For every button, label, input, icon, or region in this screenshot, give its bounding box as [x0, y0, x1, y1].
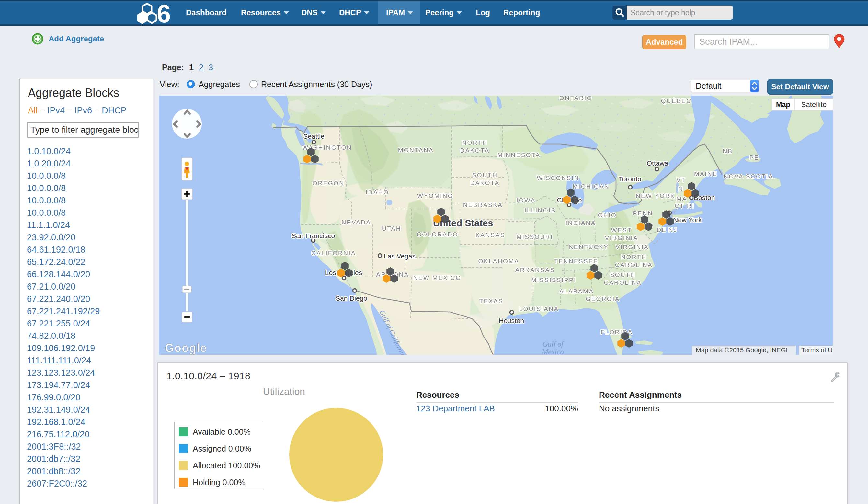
- svg-text:OKLAHOMA: OKLAHOMA: [478, 258, 519, 265]
- svg-text:SOUTH: SOUTH: [610, 271, 636, 278]
- svg-text:WEST: WEST: [611, 227, 632, 234]
- svg-text:Houston: Houston: [499, 317, 524, 324]
- svg-text:N: N: [678, 185, 683, 192]
- svg-text:Gulf of: Gulf of: [542, 340, 565, 348]
- svg-text:San Francisco: San Francisco: [291, 232, 335, 239]
- svg-text:VIRGINIA: VIRGINIA: [616, 244, 649, 250]
- svg-text:MONTANA: MONTANA: [398, 147, 434, 154]
- svg-text:ONTARIO: ONTARIO: [559, 95, 592, 101]
- svg-text:NB: NB: [723, 148, 733, 154]
- svg-text:PENN: PENN: [633, 210, 653, 217]
- svg-text:Ottawa: Ottawa: [647, 160, 669, 167]
- svg-text:GEORGIA: GEORGIA: [586, 295, 620, 302]
- svg-text:WISCONSIN: WISCONSIN: [537, 175, 579, 182]
- svg-text:NORTH: NORTH: [462, 139, 487, 146]
- svg-text:NOVA SCOTIA: NOVA SCOTIA: [724, 173, 773, 180]
- svg-text:NORTH: NORTH: [621, 254, 647, 260]
- svg-text:TEXAS: TEXAS: [479, 298, 503, 305]
- svg-text:VIRGINIA: VIRGINIA: [605, 235, 638, 241]
- svg-text:DAKOTA: DAKOTA: [470, 179, 499, 186]
- svg-text:DE: DE: [657, 226, 666, 233]
- svg-text:SOUTH: SOUTH: [472, 172, 498, 178]
- svg-text:IOWA: IOWA: [516, 197, 536, 204]
- svg-text:NEBRASKA: NEBRASKA: [463, 202, 503, 208]
- svg-text:Toronto: Toronto: [619, 175, 641, 183]
- svg-text:Google: Google: [165, 341, 207, 355]
- svg-text:New York: New York: [673, 216, 702, 224]
- svg-text:OHIO: OHIO: [598, 212, 617, 219]
- svg-text:UTAH: UTAH: [382, 225, 401, 232]
- svg-text:Satellite: Satellite: [801, 100, 827, 109]
- svg-text:CAROLINA: CAROLINA: [604, 279, 642, 286]
- svg-text:TENNESSEE: TENNESSEE: [554, 258, 599, 265]
- svg-text:Mexico: Mexico: [541, 348, 564, 355]
- svg-text:MICHIGAN: MICHIGAN: [572, 183, 610, 190]
- svg-text:INDIANA: INDIANA: [566, 219, 596, 226]
- svg-text:PE: PE: [750, 154, 759, 161]
- svg-text:MINNESOTA: MINNESOTA: [497, 152, 540, 158]
- svg-text:RI: RI: [687, 203, 695, 209]
- svg-text:MAINE: MAINE: [694, 171, 717, 177]
- svg-text:ARKANSAS: ARKANSAS: [515, 267, 555, 274]
- svg-text:KENTUCKY: KENTUCKY: [569, 244, 609, 250]
- svg-text:6: 6: [157, 3, 171, 24]
- svg-text:MISSOURI: MISSOURI: [516, 234, 553, 240]
- svg-text:Seattle: Seattle: [303, 133, 324, 140]
- svg-text:WYOMING: WYOMING: [417, 192, 453, 199]
- svg-text:Map data ©2015 Google, INEGI: Map data ©2015 Google, INEGI: [696, 347, 788, 354]
- svg-text:NEW YORK: NEW YORK: [636, 192, 675, 199]
- svg-text:NEW MEXICO: NEW MEXICO: [413, 274, 462, 281]
- svg-text:NJ: NJ: [669, 226, 678, 233]
- svg-text:San Diego: San Diego: [335, 295, 367, 302]
- svg-text:QUÉBEC: QUÉBEC: [661, 97, 692, 104]
- svg-text:Terms of Use: Terms of Use: [801, 347, 833, 354]
- svg-text:IDAHO: IDAHO: [366, 189, 389, 196]
- svg-text:DAKOTA: DAKOTA: [460, 147, 489, 154]
- svg-text:OREGON: OREGON: [312, 180, 344, 187]
- svg-text:ALABAMA: ALABAMA: [559, 288, 594, 295]
- svg-text:NEVADA: NEVADA: [341, 219, 371, 226]
- svg-text:CT: CT: [675, 203, 684, 209]
- svg-text:MISSISSIPPI: MISSISSIPPI: [531, 277, 576, 284]
- svg-text:KANSAS: KANSAS: [475, 232, 505, 238]
- svg-text:ILLINOIS: ILLINOIS: [524, 207, 556, 214]
- svg-text:CALIFORNIA: CALIFORNIA: [311, 250, 356, 257]
- svg-text:LOUISIANA: LOUISIANA: [519, 306, 559, 312]
- svg-text:Las Vegas: Las Vegas: [384, 252, 415, 260]
- svg-text:Map: Map: [776, 100, 790, 109]
- svg-text:COLORADO: COLORADO: [417, 231, 458, 238]
- svg-text:CAROLINA: CAROLINA: [615, 261, 653, 268]
- svg-text:VT: VT: [676, 176, 686, 183]
